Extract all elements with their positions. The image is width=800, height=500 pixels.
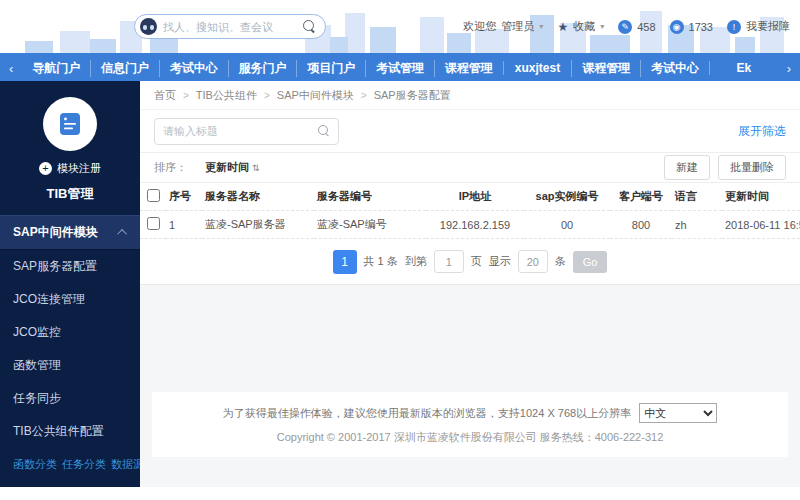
cell-updated: 2018-06-11 16:59	[722, 211, 800, 239]
module-avatar	[43, 97, 97, 151]
nav-scroll-right-icon[interactable]: ›	[778, 61, 800, 76]
module-register-button[interactable]: + 模块注册	[0, 161, 140, 176]
sidebar-header: + 模块注册 TIB管理	[0, 81, 140, 215]
eye-icon[interactable]: ◉	[670, 20, 684, 34]
select-all-checkbox[interactable]	[147, 189, 160, 202]
to-page-label: 到第	[405, 254, 427, 269]
nav-item-6[interactable]: 课程管理	[434, 60, 503, 77]
expand-filter-link[interactable]: 展开筛选	[738, 123, 786, 140]
nav-item-9[interactable]: 考试中心	[640, 60, 709, 77]
global-search[interactable]	[134, 14, 326, 39]
cell-server-name[interactable]: 蓝凌-SAP服务器	[202, 211, 314, 239]
sort-field[interactable]: 更新时间	[205, 160, 249, 175]
welcome-text: 欢迎您	[463, 19, 496, 34]
footer: 为了获得最佳操作体验，建议您使用最新版本的浏览器，支持1024 X 768以上分…	[152, 392, 788, 457]
top-header: 欢迎您 管理员 ▾ ★ 收藏 ▾ ✎ 458 ◉ 1733 ! 我要报障	[0, 0, 800, 55]
sidebar-item-tib-component-config[interactable]: TIB公共组件配置	[0, 415, 140, 448]
favorites-menu[interactable]: 收藏	[573, 19, 595, 34]
report-issue-icon[interactable]: !	[727, 20, 741, 34]
cell-seq: 1	[166, 211, 202, 239]
search-icon[interactable]	[303, 20, 316, 33]
total-count: 共 1 条	[364, 254, 398, 269]
footer-copyright: Copyright © 2001-2017 深圳市蓝凌软件股份有限公司 服务热线…	[152, 430, 788, 445]
go-button[interactable]: Go	[573, 251, 608, 273]
title-search-box[interactable]	[154, 118, 339, 145]
user-menu[interactable]: 管理员	[501, 19, 534, 34]
link-task-category[interactable]: 任务分类	[62, 457, 106, 472]
nav-items: 导航门户 信息门户 考试中心 服务门户 项目门户 考试管理 课程管理 xuxjt…	[22, 55, 777, 81]
col-server-name: 服务器名称	[202, 183, 314, 211]
content-spacer	[140, 285, 800, 392]
row-checkbox[interactable]	[147, 217, 160, 230]
link-function-category[interactable]: 函数分类	[13, 457, 57, 472]
report-issue-link[interactable]: 我要报障	[746, 19, 790, 34]
show-label: 显示	[489, 254, 511, 269]
chevron-up-icon	[117, 229, 127, 239]
star-icon: ★	[557, 20, 568, 34]
plus-icon: +	[39, 162, 52, 175]
nav-item-5[interactable]: 考试管理	[365, 60, 434, 77]
nav-scroll-left-icon[interactable]: ‹	[0, 61, 22, 76]
col-updated: 更新时间	[722, 183, 800, 211]
col-client: 客户端号	[610, 183, 672, 211]
sidebar-item-jco-connection[interactable]: JCO连接管理	[0, 283, 140, 316]
action-buttons: 新建 批量删除	[656, 155, 786, 180]
cell-client: 800	[610, 211, 672, 239]
pagination: 1 共 1 条 到第 页 显示 条 Go	[140, 239, 800, 285]
nav-item-4[interactable]: 项目门户	[296, 60, 365, 77]
breadcrumb-sap-middleware[interactable]: SAP中间件模块	[277, 88, 354, 103]
sidebar-item-function-mgmt[interactable]: 函数管理	[0, 349, 140, 382]
cell-ip: 192.168.2.159	[426, 211, 524, 239]
search-icon[interactable]	[318, 125, 330, 137]
breadcrumb: 首页 > TIB公共组件 > SAP中间件模块 > SAP服务器配置	[140, 81, 800, 110]
cell-server-code: 蓝凌-SAP编号	[314, 211, 426, 239]
sidebar-item-jco-monitor[interactable]: JCO监控	[0, 316, 140, 349]
favorites-caret-icon[interactable]: ▾	[600, 22, 604, 31]
table-row[interactable]: 1 蓝凌-SAP服务器 蓝凌-SAP编号 192.168.2.159 00 80…	[140, 211, 800, 239]
sort-arrows-icon[interactable]: ⇅	[252, 163, 260, 173]
footer-notice: 为了获得最佳操作体验，建议您使用最新版本的浏览器，支持1024 X 768以上分…	[223, 406, 631, 421]
page-1-button[interactable]: 1	[333, 250, 357, 274]
page-unit-label: 页	[471, 254, 482, 269]
nav-item-8[interactable]: 课程管理	[571, 60, 640, 77]
nav-item-7[interactable]: xuxjtest	[503, 61, 572, 75]
server-table: 序号 服务器名称 服务器编号 IP地址 sap实例编号 客户端号 语言 更新时间…	[140, 183, 800, 239]
breadcrumb-home[interactable]: 首页	[154, 88, 176, 103]
global-search-input[interactable]	[163, 21, 303, 33]
new-button[interactable]: 新建	[664, 155, 710, 180]
user-caret-icon[interactable]: ▾	[539, 22, 543, 31]
page-size-input[interactable]	[518, 250, 548, 273]
module-register-label: 模块注册	[57, 161, 101, 176]
cell-language: zh	[672, 211, 722, 239]
title-search-input[interactable]	[163, 125, 318, 137]
main-content: 首页 > TIB公共组件 > SAP中间件模块 > SAP服务器配置 展开筛选 …	[140, 81, 800, 487]
breadcrumb-tib-component[interactable]: TIB公共组件	[196, 88, 257, 103]
sidebar-group-sap-middleware[interactable]: SAP中间件模块	[0, 215, 140, 250]
col-language: 语言	[672, 183, 722, 211]
nav-item-0[interactable]: 导航门户	[22, 60, 90, 77]
table-header-row: 序号 服务器名称 服务器编号 IP地址 sap实例编号 客户端号 语言 更新时间	[140, 183, 800, 211]
nav-item-2[interactable]: 考试中心	[159, 60, 228, 77]
sidebar-links: 函数分类 任务分类 数据源	[0, 448, 140, 481]
robot-assistant-icon	[140, 18, 157, 35]
document-icon	[57, 111, 83, 137]
nav-item-1[interactable]: 信息门户	[90, 60, 159, 77]
filter-bar: 展开筛选	[140, 110, 800, 153]
sidebar-item-task-sync[interactable]: 任务同步	[0, 382, 140, 415]
col-server-code: 服务器编号	[314, 183, 426, 211]
batch-delete-button[interactable]: 批量删除	[718, 155, 786, 180]
sort-label: 排序：	[154, 160, 187, 175]
nav-item-3[interactable]: 服务门户	[228, 60, 297, 77]
breadcrumb-separator-icon: >	[361, 90, 367, 101]
size-unit-label: 条	[555, 254, 566, 269]
nav-item-10[interactable]: Ek	[709, 61, 778, 75]
sidebar-item-sap-server-config[interactable]: SAP服务器配置	[0, 250, 140, 283]
sidebar-group-label: SAP中间件模块	[13, 224, 98, 241]
language-select[interactable]: 中文	[639, 403, 717, 423]
sidebar: + 模块注册 TIB管理 SAP中间件模块 SAP服务器配置 JCO连接管理 J…	[0, 81, 140, 487]
pencil-icon[interactable]: ✎	[618, 20, 632, 34]
breadcrumb-separator-icon: >	[264, 90, 270, 101]
app-window: 欢迎您 管理员 ▾ ★ 收藏 ▾ ✎ 458 ◉ 1733 ! 我要报障 ‹ 导…	[0, 0, 800, 487]
view-count: 1733	[689, 21, 713, 33]
page-number-input[interactable]	[434, 250, 464, 273]
